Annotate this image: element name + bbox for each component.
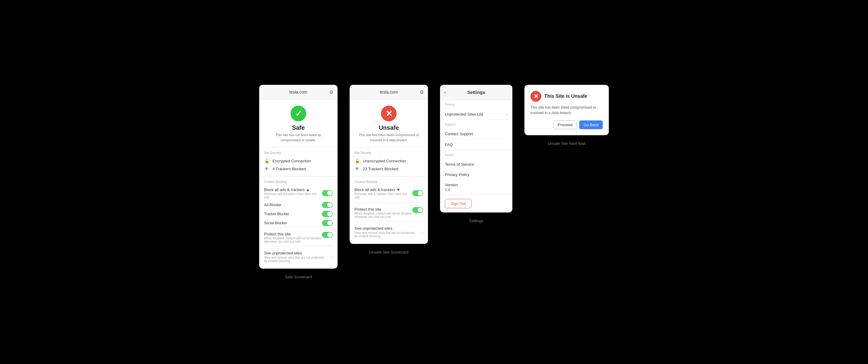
safe-site-security-label: Site Security xyxy=(264,151,333,155)
go-back-button[interactable]: Go Back xyxy=(579,120,603,129)
proceed-button[interactable]: Proceed xyxy=(553,120,577,129)
safe-tracker-blocker-toggle[interactable] xyxy=(322,211,333,217)
alert-wall-caption: Unsafe Site Alert Wall xyxy=(548,141,585,146)
alert-body: This site has been listed compromised or… xyxy=(530,105,603,116)
safe-trackers-text: 4 Trackers Blocked xyxy=(273,167,306,171)
settings-version-label: Version xyxy=(445,183,458,187)
unsafe-see-unprotected-text: See unprotected sites View and remove si… xyxy=(354,226,414,238)
unsafe-scorecard-panel: tesla.com ⚙ ✕ Unsafe This site has been … xyxy=(350,85,428,244)
sign-out-button[interactable]: Sign Out xyxy=(445,199,472,208)
safe-scorecard-panel: tesla.com ⚙ ✓ Safe This site has not bee… xyxy=(259,85,338,269)
x-icon: ✕ xyxy=(385,109,393,119)
safe-security-item-2: 👁 4 Trackers Blocked xyxy=(264,165,333,173)
safe-security-item-1: 🔒 Encrypted Connection xyxy=(264,157,333,165)
unsafe-content-blocking-label: Content Blocking xyxy=(354,180,423,184)
settings-version-item: Version 1.0 xyxy=(445,179,507,194)
safe-see-unprotected-subtitle: View and remove sites that are not prote… xyxy=(264,256,324,262)
safe-ad-blocker-toggle[interactable] xyxy=(322,202,333,208)
alert-x-icon: ✕ xyxy=(533,93,538,100)
unsafe-see-unprotected-row[interactable]: See unprotected sites View and remove si… xyxy=(354,224,423,240)
unsafe-see-unprotected-subtitle: View and remove sites that are not prote… xyxy=(354,231,414,238)
unsafe-scorecard-caption: Unsafe Site Scorecard xyxy=(369,250,408,254)
unsafe-protect-site-label-group: Protect this site When disabled, content… xyxy=(354,207,411,219)
chevron-down-icon: ▼ xyxy=(396,188,400,192)
unsafe-site-security-label: Site Security xyxy=(354,151,423,155)
safe-encrypted-text: Encrypted Connection xyxy=(273,159,311,163)
safe-social-blocker-toggle[interactable] xyxy=(322,220,333,226)
settings-unprotected-sites-chevron: › xyxy=(506,112,507,116)
unsafe-protect-site-toggle[interactable] xyxy=(412,207,423,213)
unsafe-scorecard-wrapper: tesla.com ⚙ ✕ Unsafe This site has been … xyxy=(350,85,428,254)
alert-icon: ✕ xyxy=(530,91,541,102)
settings-privacy-policy-item[interactable]: Privacy Policy xyxy=(445,169,507,179)
settings-title: Settings xyxy=(445,90,507,95)
safe-block-all-row: Block all ads & trackers ▲ Removes ads &… xyxy=(264,186,333,200)
unsafe-block-all-title: Block all ads & trackers ▼ xyxy=(354,188,412,192)
safe-block-all-toggle[interactable] xyxy=(322,190,333,196)
unsafe-scorecard-header: tesla.com ⚙ xyxy=(350,85,428,100)
settings-tos-item[interactable]: Terms of Service xyxy=(445,159,507,169)
settings-privacy-section: Privacy Unprotected Sites List › xyxy=(440,100,513,120)
settings-sign-out-section: Sign Out xyxy=(440,195,513,213)
unsafe-block-all-row: Block all ads & trackers ▼ Removes ads &… xyxy=(354,186,423,200)
settings-header: ‹ Settings xyxy=(440,85,513,100)
unsafe-content-blocking-section: Content Blocking Block all ads & tracker… xyxy=(350,176,428,244)
settings-caption: Settings xyxy=(469,219,484,223)
panels-container: tesla.com ⚙ ✓ Safe This site has not bee… xyxy=(259,85,609,279)
safe-social-blocker-label: Social Blocker xyxy=(264,221,287,225)
alert-header: ✕ This Site is Unsafe xyxy=(530,91,603,102)
settings-contact-support-text: Contact Support xyxy=(445,132,473,136)
safe-protect-site-subtitle: When disabled, content will not be block… xyxy=(264,236,321,243)
safe-protect-site-row: Protect this site When disabled, content… xyxy=(264,230,333,246)
safe-status-title: Safe xyxy=(292,124,305,131)
unsafe-scorecard-title: tesla.com xyxy=(380,90,398,94)
unlock-icon: 🔓 xyxy=(354,159,360,163)
safe-see-unprotected-row[interactable]: See unprotected sites View and remove si… xyxy=(264,248,333,265)
safe-status-subtitle: This site has not been listed ascompromi… xyxy=(276,133,321,142)
unsafe-see-unprotected-title: See unprotected sites xyxy=(354,226,414,231)
settings-tos-text: Terms of Service xyxy=(445,162,474,167)
settings-support-label: Support xyxy=(445,123,507,126)
safe-site-security-section: Site Security 🔒 Encrypted Connection 👁 4… xyxy=(259,148,338,176)
check-icon: ✓ xyxy=(295,109,302,119)
settings-contact-support-item[interactable]: Contact Support xyxy=(445,129,507,139)
safe-block-all-subtitle: Removes ads & trackers from sites you vi… xyxy=(264,192,322,199)
settings-unprotected-sites-item[interactable]: Unprotected Sites List › xyxy=(445,109,507,119)
unsafe-status-subtitle: This site has been listed compromised or… xyxy=(359,133,419,142)
alert-title: This Site is Unsafe xyxy=(544,93,587,99)
unsafe-eye-icon: 👁 xyxy=(354,166,360,171)
unsafe-site-security-section: Site Security 🔓 Unencrypted Connection 👁… xyxy=(350,148,428,176)
safe-ad-blocker-label: Ad Blocker xyxy=(264,203,281,207)
safe-scorecard-wrapper: tesla.com ⚙ ✓ Safe This site has not bee… xyxy=(259,85,338,279)
unsafe-gear-icon[interactable]: ⚙ xyxy=(420,89,424,95)
settings-support-section: Support Contact Support FAQ xyxy=(440,120,513,150)
safe-block-all-label-group: Block all ads & trackers ▲ Removes ads &… xyxy=(264,188,322,199)
unsafe-protect-site-row: Protect this site When disabled, content… xyxy=(354,205,423,221)
safe-block-all-title: Block all ads & trackers ▲ xyxy=(264,188,322,192)
safe-protect-site-toggle[interactable] xyxy=(322,232,333,238)
gear-icon[interactable]: ⚙ xyxy=(329,89,333,95)
settings-unprotected-sites-text: Unprotected Sites List xyxy=(445,112,483,116)
safe-protect-site-label-group: Protect this site When disabled, content… xyxy=(264,232,321,243)
lock-icon: 🔒 xyxy=(264,159,270,163)
unsafe-hero-section: ✕ Unsafe This site has been listed compr… xyxy=(350,100,428,148)
safe-protect-site-title: Protect this site xyxy=(264,232,321,236)
safe-hero-section: ✓ Safe This site has not been listed asc… xyxy=(259,100,338,148)
unsafe-block-all-label-group: Block all ads & trackers ▼ Removes ads &… xyxy=(354,188,412,199)
unsafe-protect-site-subtitle: When disabled, content will not be block… xyxy=(354,212,411,219)
safe-content-blocking-label: Content Blocking xyxy=(264,180,333,184)
alert-wall-wrapper: ✕ This Site is Unsafe This site has been… xyxy=(524,85,609,146)
safe-see-unprotected-text: See unprotected sites View and remove si… xyxy=(264,251,324,262)
unsafe-block-all-toggle[interactable] xyxy=(412,190,423,196)
settings-faq-item[interactable]: FAQ xyxy=(445,139,507,150)
unsafe-block-all-subtitle: Removes ads & trackers from sites you vi… xyxy=(354,192,412,199)
settings-faq-text: FAQ xyxy=(445,142,453,147)
back-arrow-icon[interactable]: ‹ xyxy=(444,90,446,95)
unsafe-status-title: Unsafe xyxy=(379,124,399,131)
unsafe-shield-icon: ✕ xyxy=(381,106,397,121)
safe-scorecard-title: tesla.com xyxy=(289,90,307,94)
safe-see-unprotected-title: See unprotected sites xyxy=(264,251,324,255)
settings-privacy-label: Privacy xyxy=(445,103,507,106)
settings-panel: ‹ Settings Privacy Unprotected Sites Lis… xyxy=(440,85,513,213)
safe-ad-blocker-row: Ad Blocker xyxy=(264,200,333,209)
